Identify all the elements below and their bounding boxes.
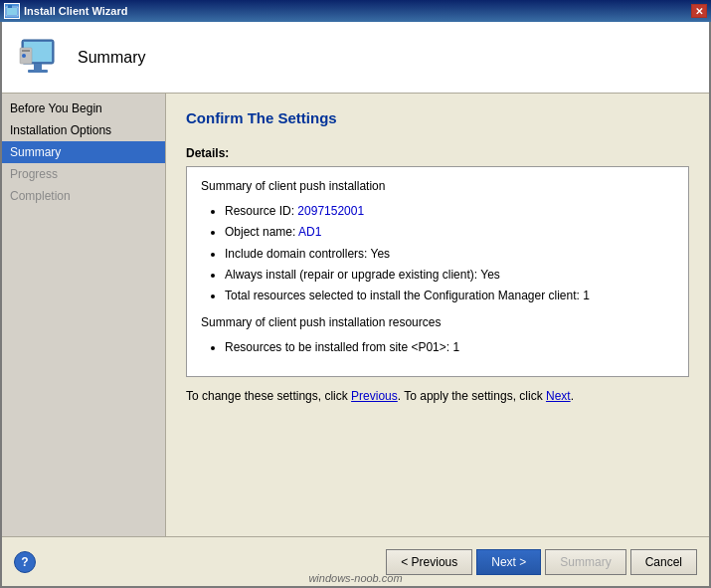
svg-point-9 xyxy=(22,54,26,58)
svg-rect-5 xyxy=(34,64,42,70)
wizard-header-icon xyxy=(18,34,66,82)
summary-header-1: Summary of client push installation xyxy=(201,177,674,196)
summary-header-2: Summary of client push installation reso… xyxy=(201,313,674,332)
title-bar-icon xyxy=(4,3,20,19)
title-bar: Install Client Wizard ✕ xyxy=(0,0,711,22)
cancel-button[interactable]: Cancel xyxy=(630,549,697,575)
sidebar: Before You Begin Installation Options Su… xyxy=(2,94,166,536)
change-settings-text: To change these settings, click Previous… xyxy=(186,389,689,403)
wizard-content: Confirm The Settings Details: Summary of… xyxy=(166,94,709,536)
svg-rect-1 xyxy=(8,5,12,8)
wizard-window: Summary Before You Begin Installation Op… xyxy=(0,22,711,588)
list-item-always-install: Always install (repair or upgrade existi… xyxy=(225,266,674,285)
list-item-total-resources: Total resources selected to install the … xyxy=(225,287,674,305)
summary-list-1: Resource ID: 2097152001 Object name: AD1… xyxy=(201,202,674,305)
close-button[interactable]: ✕ xyxy=(691,4,707,18)
svg-rect-6 xyxy=(28,70,48,73)
next-link[interactable]: Next xyxy=(546,389,571,403)
wizard-body: Before You Begin Installation Options Su… xyxy=(2,94,709,536)
watermark: windows-noob.com xyxy=(308,572,402,584)
svg-rect-2 xyxy=(7,8,17,15)
list-item-resource-id: Resource ID: 2097152001 xyxy=(225,202,674,221)
sidebar-item-before-you-begin[interactable]: Before You Begin xyxy=(2,98,165,119)
list-item-domain-controllers: Include domain controllers: Yes xyxy=(225,245,674,264)
summary-list-2: Resources to be installed from site <P01… xyxy=(201,338,674,357)
list-item-object-name: Object name: AD1 xyxy=(225,223,674,242)
wizard-footer: ? < Previous Next > Summary Cancel windo… xyxy=(2,536,709,586)
footer-buttons: < Previous Next > Summary Cancel xyxy=(386,549,697,575)
object-name-value: AD1 xyxy=(298,225,321,239)
previous-link[interactable]: Previous xyxy=(351,389,398,403)
svg-rect-8 xyxy=(22,50,30,52)
sidebar-item-completion: Completion xyxy=(2,185,165,207)
sidebar-item-progress: Progress xyxy=(2,163,165,185)
header-title: Summary xyxy=(78,49,145,67)
summary-button[interactable]: Summary xyxy=(545,549,625,575)
content-title: Confirm The Settings xyxy=(186,109,689,126)
details-box: Summary of client push installation Reso… xyxy=(186,166,689,377)
sidebar-item-summary[interactable]: Summary xyxy=(2,141,165,163)
details-label: Details: xyxy=(186,146,689,160)
previous-button[interactable]: < Previous xyxy=(386,549,472,575)
sidebar-item-installation-options[interactable]: Installation Options xyxy=(2,119,165,141)
next-button[interactable]: Next > xyxy=(476,549,541,575)
resource-id-value: 2097152001 xyxy=(297,204,364,218)
title-bar-title: Install Client Wizard xyxy=(24,5,691,17)
list-item-resources-site: Resources to be installed from site <P01… xyxy=(225,338,674,357)
wizard-header: Summary xyxy=(2,22,709,94)
help-button[interactable]: ? xyxy=(14,551,36,573)
